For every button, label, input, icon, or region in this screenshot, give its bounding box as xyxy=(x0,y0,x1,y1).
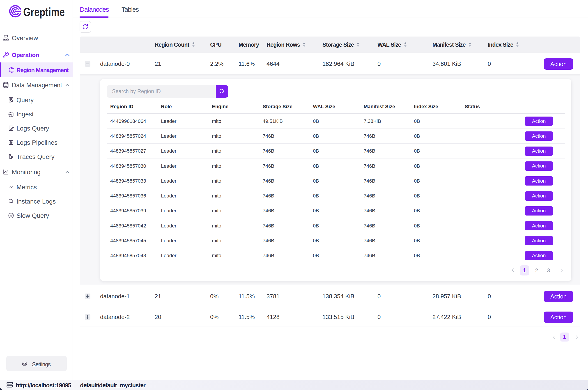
svg-text:Greptime: Greptime xyxy=(23,5,65,18)
